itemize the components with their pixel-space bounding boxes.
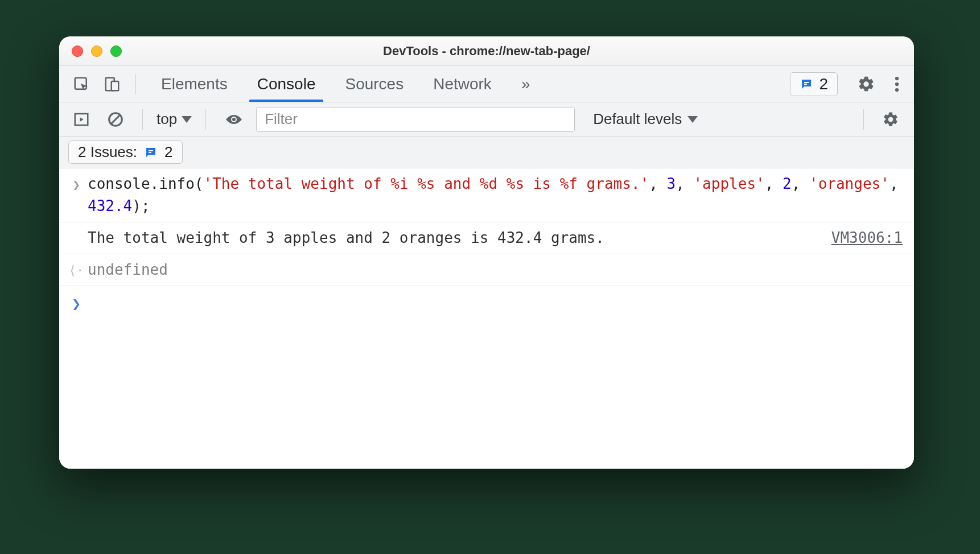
gutter-spacer xyxy=(65,227,88,229)
console-return-value: ⟨· undefined xyxy=(59,254,914,286)
chevron-down-icon xyxy=(182,116,192,123)
console-toolbar: top Default levels xyxy=(59,102,914,137)
console-log-message: The total weight of 3 apples and 2 orang… xyxy=(59,222,914,254)
settings-button[interactable] xyxy=(853,72,880,97)
live-expression-button[interactable] xyxy=(220,107,248,132)
svg-point-5 xyxy=(895,76,899,80)
zoom-window-button[interactable] xyxy=(110,46,122,57)
context-label: top xyxy=(157,110,177,128)
divider xyxy=(205,109,206,130)
panel-tabs: Elements Console Sources Network » xyxy=(146,66,545,102)
traffic-lights xyxy=(72,46,122,57)
svg-point-6 xyxy=(895,82,899,85)
levels-label: Default levels xyxy=(593,110,682,128)
window-title: DevTools - chrome://new-tab-page/ xyxy=(59,44,914,59)
tab-elements[interactable]: Elements xyxy=(146,66,242,102)
log-levels-selector[interactable]: Default levels xyxy=(593,110,698,128)
divider xyxy=(135,74,136,94)
svg-point-11 xyxy=(232,118,236,121)
gear-icon xyxy=(882,111,899,128)
tab-network[interactable]: Network xyxy=(418,66,507,102)
filter-input[interactable] xyxy=(256,107,575,132)
svg-line-10 xyxy=(112,115,120,123)
tab-sources[interactable]: Sources xyxy=(330,66,418,102)
return-text: undefined xyxy=(88,259,903,281)
inspect-element-icon[interactable] xyxy=(68,72,94,97)
execution-context-selector[interactable]: top xyxy=(157,110,192,128)
console-prompt[interactable]: ❯ xyxy=(59,286,914,320)
divider xyxy=(142,109,143,130)
kebab-icon xyxy=(895,76,899,93)
svg-rect-2 xyxy=(112,81,119,90)
chevron-down-icon xyxy=(687,116,698,123)
minimize-window-button[interactable] xyxy=(91,46,102,57)
svg-rect-3 xyxy=(804,82,809,83)
svg-rect-13 xyxy=(149,152,151,153)
header-issues-button[interactable]: 2 xyxy=(790,72,838,96)
gear-icon xyxy=(857,75,875,93)
clear-icon xyxy=(107,111,124,128)
divider xyxy=(863,109,864,130)
issues-count: 2 xyxy=(164,143,172,161)
close-window-button[interactable] xyxy=(72,46,83,57)
issues-label: 2 Issues: xyxy=(78,143,137,161)
issues-chip[interactable]: 2 Issues: 2 xyxy=(68,140,183,164)
issues-bar: 2 Issues: 2 xyxy=(59,137,914,168)
titlebar: DevTools - chrome://new-tab-page/ xyxy=(59,36,914,66)
svg-point-7 xyxy=(895,88,899,91)
return-marker-icon: ⟨· xyxy=(65,259,88,280)
console-output: ❯ console.info('The total weight of %i %… xyxy=(59,168,914,469)
prompt-marker-icon: ❯ xyxy=(65,291,88,315)
input-marker-icon: ❯ xyxy=(65,173,88,194)
device-toolbar-icon[interactable] xyxy=(99,72,125,97)
console-input-code: console.info('The total weight of %i %s … xyxy=(88,173,903,217)
console-sidebar-toggle[interactable] xyxy=(68,107,94,132)
console-settings-button[interactable] xyxy=(878,107,904,132)
devtools-window: DevTools - chrome://new-tab-page/ Elemen… xyxy=(59,36,914,469)
tab-console[interactable]: Console xyxy=(242,66,331,102)
issues-icon xyxy=(800,77,813,91)
log-text: The total weight of 3 apples and 2 orang… xyxy=(88,227,820,249)
svg-rect-12 xyxy=(149,150,153,151)
more-menu-button[interactable] xyxy=(890,72,904,97)
console-input-echo: ❯ console.info('The total weight of %i %… xyxy=(59,168,914,222)
tab-overflow[interactable]: » xyxy=(507,66,545,102)
source-link[interactable]: VM3006:1 xyxy=(831,227,903,249)
issues-icon xyxy=(144,146,158,159)
svg-rect-4 xyxy=(804,84,807,85)
eye-icon xyxy=(224,113,244,126)
sidebar-toggle-icon xyxy=(73,111,90,128)
clear-console-button[interactable] xyxy=(102,107,129,132)
tabstrip: Elements Console Sources Network » 2 xyxy=(59,66,914,102)
header-issues-count: 2 xyxy=(819,75,828,93)
